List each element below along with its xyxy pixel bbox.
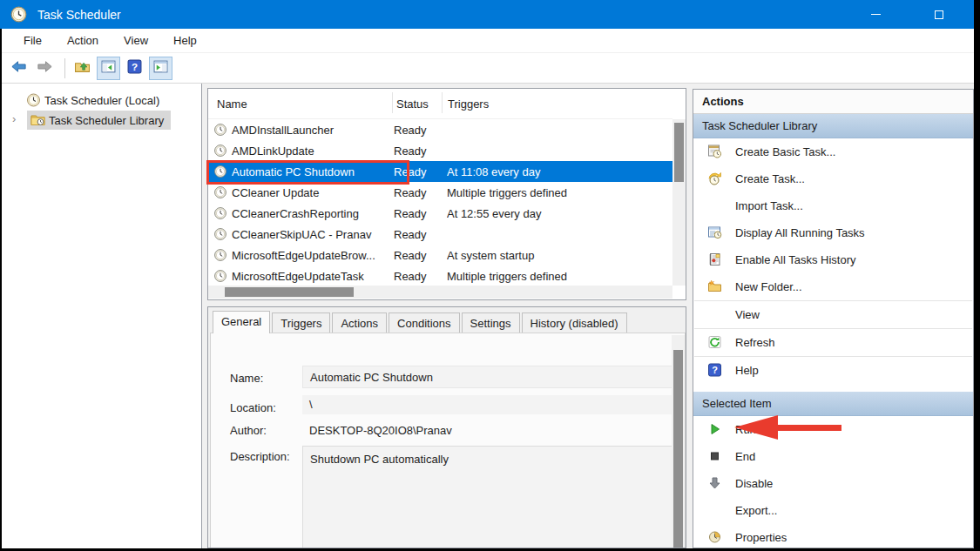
action-end[interactable]: End	[693, 443, 973, 470]
title-bar: Task Scheduler	[0, 0, 974, 29]
forward-button[interactable]	[33, 57, 57, 80]
app-clock-icon	[10, 6, 27, 23]
action-label: View	[735, 308, 760, 321]
refresh-icon	[707, 335, 723, 350]
tab-actions[interactable]: Actions	[332, 312, 387, 333]
task-triggers: At system startup	[447, 249, 672, 262]
task-row[interactable]: AMDLinkUpdateReady	[208, 140, 672, 161]
task-list-header: NameStatusTriggers	[208, 89, 672, 119]
task-name: MicrosoftEdgeUpdateBrow...	[227, 249, 394, 262]
new-folder-icon	[707, 279, 723, 294]
maximize-button[interactable]	[922, 0, 956, 29]
task-triggers: Multiple triggers defined	[447, 186, 672, 199]
action-enable-all-tasks-history[interactable]: Enable All Tasks History	[693, 246, 973, 273]
task-row[interactable]: CCleaner UpdateReadyMultiple triggers de…	[208, 182, 672, 203]
description-field-label: Description:	[230, 450, 290, 463]
action-view[interactable]: View	[693, 301, 973, 328]
task-status: Ready	[394, 124, 447, 137]
task-triggers: At 12:55 every day	[447, 207, 672, 220]
action-create-basic-task[interactable]: Create Basic Task...	[693, 138, 973, 165]
action-label: End	[735, 450, 755, 463]
tab-settings[interactable]: Settings	[462, 312, 520, 333]
menu-action[interactable]: Action	[58, 30, 107, 50]
history-log-icon	[707, 252, 723, 267]
screenshot-edge	[0, 29, 2, 551]
back-button[interactable]	[7, 57, 30, 80]
action-disable[interactable]: Disable	[693, 470, 973, 497]
toolbar: ?	[2, 53, 974, 84]
action-import-task[interactable]: Import Task...	[693, 192, 973, 219]
task-list-panel: NameStatusTriggers AMDInstallLauncherRea…	[207, 88, 686, 300]
task-name: CCleaner Update	[227, 186, 394, 199]
task-clock-icon	[213, 123, 227, 137]
column-header-triggers[interactable]: Triggers	[443, 97, 672, 111]
task-status: Ready	[394, 207, 447, 220]
show-console-tree-button[interactable]	[97, 57, 120, 80]
help-icon: ?	[126, 59, 143, 77]
menu-view[interactable]: View	[115, 30, 157, 50]
minimize-button[interactable]	[858, 0, 893, 29]
task-triggers: Multiple triggers defined	[447, 270, 672, 283]
action-refresh[interactable]: Refresh	[693, 329, 973, 356]
window-title: Task Scheduler	[37, 8, 121, 22]
task-row[interactable]: Automatic PC ShutdownReadyAt 11:08 every…	[208, 161, 672, 182]
tab-general[interactable]: General	[213, 311, 270, 333]
task-status: Ready	[394, 144, 447, 158]
menu-help[interactable]: Help	[165, 30, 206, 50]
end-icon	[707, 449, 723, 464]
column-header-status[interactable]: Status	[393, 97, 443, 111]
action-help[interactable]: ?Help	[693, 357, 973, 384]
tree-item-task-scheduler-library[interactable]: Task Scheduler Library	[27, 111, 171, 130]
tab-triggers[interactable]: Triggers	[272, 312, 330, 333]
maximize-icon	[935, 10, 943, 19]
author-field-value: DESKTOP-8Q20IO8\Pranav	[309, 424, 452, 437]
scrollbar-thumb[interactable]	[673, 350, 683, 548]
task-row[interactable]: AMDInstallLauncherReady	[208, 119, 672, 140]
tree-item-task-scheduler-local[interactable]: Task Scheduler (Local)	[23, 91, 159, 110]
tab-conditions[interactable]: Conditions	[389, 312, 459, 333]
tab-history-disabled[interactable]: History (disabled)	[522, 312, 627, 333]
action-label: Disable	[735, 477, 773, 490]
chevron-right-icon[interactable]: ›	[12, 112, 16, 125]
task-status: Ready	[394, 228, 447, 241]
properties-clock-icon	[707, 530, 723, 545]
task-triggers: At 11:08 every day	[447, 165, 672, 178]
task-name: CCleanerCrashReporting	[227, 207, 394, 220]
action-label: Export...	[735, 504, 777, 517]
menu-bar: FileActionViewHelp	[2, 29, 974, 53]
column-divider[interactable]	[442, 92, 443, 113]
action-properties[interactable]: Properties	[693, 524, 973, 548]
task-row[interactable]: CCleanerCrashReportingReadyAt 12:55 ever…	[208, 203, 672, 224]
name-field-value: Automatic PC Shutdown	[302, 366, 673, 388]
task-row[interactable]: CCleanerSkipUAC - PranavReady	[208, 224, 672, 245]
task-clock-icon	[213, 248, 227, 262]
tree-item-label: Task Scheduler (Local)	[44, 94, 159, 107]
task-name: Automatic PC Shutdown	[227, 165, 394, 178]
scrollbar-thumb[interactable]	[225, 287, 354, 297]
action-export[interactable]: Export...	[693, 497, 973, 524]
task-list-vertical-scrollbar[interactable]	[672, 119, 686, 286]
actions-group-header: Selected Item	[693, 392, 973, 416]
export-folder-icon	[74, 59, 91, 77]
task-list-horizontal-scrollbar[interactable]	[208, 286, 672, 299]
export-list-button[interactable]	[71, 57, 94, 80]
help-button[interactable]: ?	[123, 57, 146, 80]
action-new-folder[interactable]: New Folder...	[693, 273, 973, 300]
svg-text:?: ?	[132, 60, 138, 71]
task-row[interactable]: MicrosoftEdgeUpdateTaskReadyMultiple tri…	[208, 265, 672, 285]
action-display-all-running-tasks[interactable]: Display All Running Tasks	[693, 219, 973, 246]
actions-panel: Actions Task Scheduler LibraryCreate Bas…	[693, 89, 974, 548]
show-action-pane-button[interactable]	[149, 57, 172, 80]
task-status: Ready	[394, 249, 447, 262]
action-create-task[interactable]: Create Task...	[693, 165, 973, 192]
column-header-name[interactable]: Name	[208, 97, 393, 111]
details-vertical-scrollbar[interactable]	[672, 335, 685, 548]
menu-file[interactable]: File	[15, 30, 51, 50]
console-tree-panel: Task Scheduler (Local) › Task Scheduler …	[2, 84, 202, 548]
minimize-icon	[871, 14, 881, 15]
task-clock-icon	[213, 269, 227, 283]
task-name: CCleanerSkipUAC - Pranav	[227, 228, 394, 241]
scrollbar-thumb[interactable]	[674, 123, 684, 182]
task-row[interactable]: MicrosoftEdgeUpdateBrow...ReadyAt system…	[208, 245, 672, 265]
location-field-value: \	[302, 395, 673, 414]
